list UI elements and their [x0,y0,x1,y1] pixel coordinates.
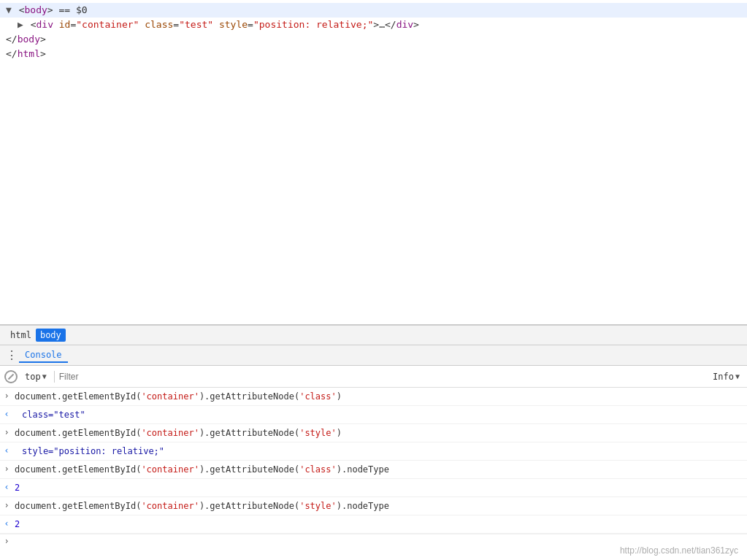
console-content-6: 2 [13,480,747,495]
expand-arrow: ▼ [6,4,18,15]
console-line-2: ‹ class="test" [0,406,747,424]
filter-divider [54,371,55,383]
console-result-prefix-2: ‹ [0,444,13,456]
console-line-7: › document.getElementById('container').g… [0,497,747,515]
console-result-prefix-3: ‹ [0,480,13,492]
console-content-5: document.getElementById('container').get… [13,462,747,477]
dom-line-body[interactable]: ▼ <body> == $0 [0,3,747,18]
console-line-3: › document.getElementById('container').g… [0,424,747,442]
console-filter-bar: top ▼ Info ▼ [0,366,747,388]
console-prompt-1: › [0,389,13,401]
console-prompt-3: › [0,426,13,437]
context-selector[interactable]: top ▼ [22,371,50,383]
console-line-6: ‹ 2 [0,479,747,497]
console-line-8: ‹ 2 [0,515,747,534]
filter-input[interactable] [59,372,705,382]
breadcrumb-bar: html body [0,325,747,345]
context-arrow-icon: ▼ [42,372,47,380]
clear-console-button[interactable] [4,370,18,383]
expand-arrow-div: ▶ [18,19,29,30]
console-content-8: 2 [13,517,747,532]
console-line-4: ‹ style="position: relative;" [0,442,747,461]
info-label: Info [713,372,734,382]
watermark: http://blog.csdn.net/tian361zyc [620,545,738,556]
elements-panel: ▼ <body> == $0 ▶ <div id="container" cla… [0,0,747,325]
console-content-1: document.getElementById('container').get… [13,389,747,404]
toolbar-more-button[interactable]: ⋮ [6,350,16,361]
dom-line-div[interactable]: ▶ <div id="container" class="test" style… [0,18,747,32]
breadcrumb-body[interactable]: body [36,329,66,342]
dom-line-html-close: </html> [0,47,747,61]
console-prompt-7: › [0,499,13,510]
console-line-1: › document.getElementById('container').g… [0,388,747,406]
console-result-prefix-4: ‹ [0,517,13,529]
info-level-selector[interactable]: Info ▼ [710,371,743,383]
console-prompt-5: › [0,462,13,474]
console-toolbar: ⋮ Console [0,345,747,366]
console-content-2: class="test" [13,407,747,422]
console-content-3: document.getElementById('container').get… [13,426,747,440]
info-arrow-icon: ▼ [735,372,740,380]
console-input-prefix: › [0,536,13,546]
breadcrumb-html[interactable]: html [6,329,36,342]
console-content-4: style="position: relative;" [13,444,747,459]
dom-line-body-close: </body> [0,32,747,47]
console-line-5: › document.getElementById('container').g… [0,461,747,479]
console-input[interactable] [13,536,747,546]
context-label: top [25,372,41,382]
console-tab[interactable]: Console [19,348,68,363]
console-result-prefix-1: ‹ [0,407,13,419]
console-content-7: document.getElementById('container').get… [13,499,747,513]
console-output: › document.getElementById('container').g… [0,388,747,560]
